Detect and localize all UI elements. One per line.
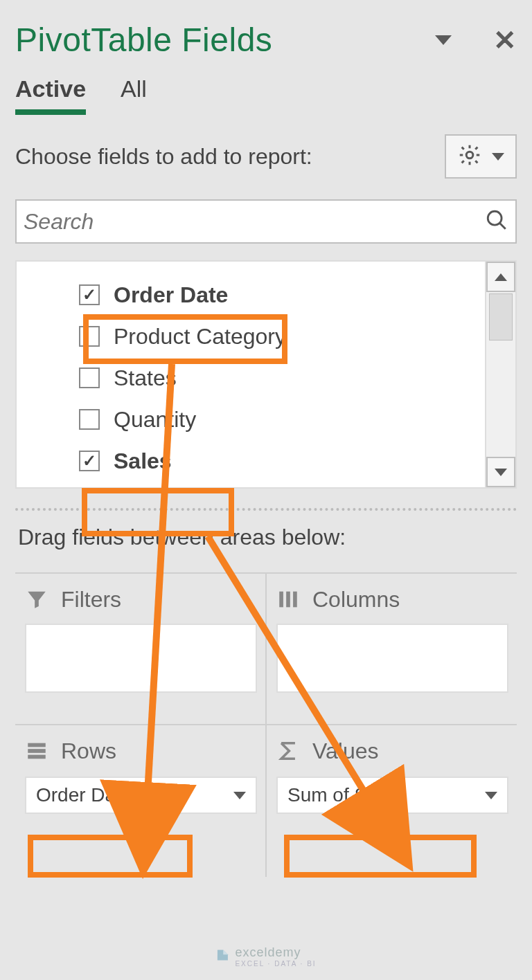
header-controls: ✕ xyxy=(435,24,517,56)
scroll-thumb[interactable] xyxy=(489,293,513,341)
tab-active[interactable]: Active xyxy=(15,75,86,115)
pane-title: PivotTable Fields xyxy=(15,21,272,59)
tools-button[interactable] xyxy=(445,134,517,179)
close-icon[interactable]: ✕ xyxy=(493,24,517,56)
field-label: States xyxy=(114,365,177,391)
rows-icon xyxy=(25,739,48,763)
field-sales[interactable]: Sales xyxy=(79,440,485,482)
checkbox-icon[interactable] xyxy=(79,368,100,388)
svg-point-0 xyxy=(466,152,473,158)
drop-item-label: Order Date xyxy=(36,784,132,806)
instruction-row: Choose fields to add to report: xyxy=(10,115,522,191)
field-label: Product Category xyxy=(114,324,286,350)
watermark-sub: EXCEL · DATA · BI xyxy=(235,960,316,968)
svg-rect-8 xyxy=(28,755,46,759)
chevron-up-icon xyxy=(495,273,507,281)
area-values[interactable]: Values Sum of Sales xyxy=(266,725,517,877)
svg-rect-4 xyxy=(286,592,290,608)
columns-icon xyxy=(276,588,300,611)
field-label: Quantity xyxy=(114,407,196,433)
area-label: Filters xyxy=(61,587,121,612)
fields-list: Order Date Product Category States Quant… xyxy=(17,262,485,487)
area-label: Rows xyxy=(61,738,116,764)
drag-instruction: Drag fields between areas below: xyxy=(10,525,522,564)
field-product-category[interactable]: Product Category xyxy=(79,316,485,357)
columns-dropzone[interactable] xyxy=(276,624,508,693)
rows-item-order-date[interactable]: Order Date xyxy=(25,777,257,814)
search-input[interactable] xyxy=(24,209,485,235)
pane-header: PivotTable Fields ✕ xyxy=(10,7,522,66)
area-columns[interactable]: Columns xyxy=(266,572,517,725)
field-order-date[interactable]: Order Date xyxy=(79,274,485,316)
chevron-down-icon xyxy=(485,792,497,799)
instruction-label: Choose fields to add to report: xyxy=(15,144,312,170)
scrollbar[interactable] xyxy=(485,262,515,487)
gear-icon xyxy=(457,143,482,170)
svg-line-2 xyxy=(499,223,506,229)
svg-rect-3 xyxy=(279,592,283,608)
search-icon xyxy=(485,208,508,235)
filters-dropzone[interactable] xyxy=(25,624,257,693)
svg-rect-6 xyxy=(28,743,46,747)
watermark-text: exceldemy xyxy=(235,945,301,959)
checkbox-checked-icon[interactable] xyxy=(79,284,100,305)
drop-item-label: Sum of Sales xyxy=(287,784,403,806)
drop-areas: Filters Columns Rows Order Date xyxy=(15,572,517,877)
scroll-up-button[interactable] xyxy=(486,262,515,292)
svg-rect-7 xyxy=(28,749,46,753)
svg-point-1 xyxy=(488,211,502,225)
field-label: Order Date xyxy=(114,282,228,308)
tab-bar: Active All xyxy=(10,66,522,115)
field-label: Sales xyxy=(114,448,172,474)
scroll-down-button[interactable] xyxy=(486,457,515,487)
separator xyxy=(15,508,517,511)
area-label: Values xyxy=(312,738,378,764)
sigma-icon xyxy=(276,739,300,763)
values-item-sum-of-sales[interactable]: Sum of Sales xyxy=(276,777,508,814)
checkbox-checked-icon[interactable] xyxy=(79,451,100,471)
area-filters[interactable]: Filters xyxy=(15,572,266,725)
chevron-down-icon xyxy=(495,469,507,476)
chevron-down-icon xyxy=(233,792,246,799)
tab-all[interactable]: All xyxy=(121,75,147,115)
area-rows[interactable]: Rows Order Date xyxy=(15,725,266,877)
watermark-icon xyxy=(215,948,229,965)
area-label: Columns xyxy=(312,587,400,612)
field-states[interactable]: States xyxy=(79,357,485,399)
pane-options-dropdown-icon[interactable] xyxy=(435,35,452,45)
field-quantity[interactable]: Quantity xyxy=(79,399,485,440)
chevron-down-icon xyxy=(492,153,504,161)
search-box[interactable] xyxy=(15,199,517,244)
svg-rect-5 xyxy=(293,592,297,608)
checkbox-icon[interactable] xyxy=(79,326,100,347)
fields-list-container: Order Date Product Category States Quant… xyxy=(15,260,517,489)
filter-icon xyxy=(25,588,48,611)
checkbox-icon[interactable] xyxy=(79,409,100,430)
watermark: exceldemy EXCEL · DATA · BI xyxy=(215,945,316,968)
pivot-fields-pane: PivotTable Fields ✕ Active All Choose fi… xyxy=(10,7,522,970)
